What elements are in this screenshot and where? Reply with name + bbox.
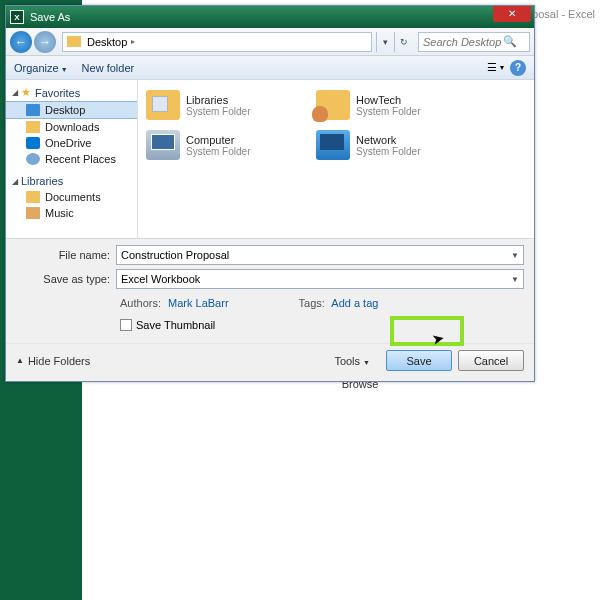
tags-field[interactable]: Tags: Add a tag xyxy=(299,297,379,309)
item-icon xyxy=(316,90,350,120)
chevron-down-icon: ▼ xyxy=(363,359,370,366)
nav-bar: ← → Desktop ▸ ▾ ↻ 🔍 xyxy=(6,28,534,56)
filename-label: File name: xyxy=(16,249,116,261)
item-icon xyxy=(26,153,40,165)
form-area: File name: Construction Proposal ▼ Save … xyxy=(6,238,534,343)
chevron-down-icon[interactable]: ▼ xyxy=(511,275,519,284)
folder-icon xyxy=(67,36,81,47)
file-item-libraries[interactable]: LibrariesSystem Folder xyxy=(146,90,316,120)
titlebar[interactable]: X Save As ✕ xyxy=(6,6,534,28)
item-icon xyxy=(316,130,350,160)
save-as-dialog: X Save As ✕ ← → Desktop ▸ ▾ ↻ 🔍 Organize… xyxy=(5,5,535,382)
file-list[interactable]: LibrariesSystem FolderHowTechSystem Fold… xyxy=(138,80,534,238)
item-icon xyxy=(26,191,40,203)
new-folder-button[interactable]: New folder xyxy=(82,62,135,74)
excel-window-title: oposal - Excel xyxy=(526,8,595,20)
save-thumbnail-label: Save Thumbnail xyxy=(136,319,215,331)
sidebar-item-downloads[interactable]: Downloads xyxy=(6,119,137,135)
sidebar-item-music[interactable]: Music xyxy=(6,205,137,221)
file-item-network[interactable]: NetworkSystem Folder xyxy=(316,130,486,160)
chevron-down-icon: ▼ xyxy=(61,66,68,73)
tools-button[interactable]: Tools▼ xyxy=(334,355,370,367)
search-icon: 🔍 xyxy=(503,35,517,48)
star-icon: ★ xyxy=(21,86,31,99)
view-options-button[interactable]: ☰▼ xyxy=(488,60,504,76)
authors-field[interactable]: Authors: Mark LaBarr xyxy=(120,297,229,309)
favorites-header[interactable]: ◢ ★ Favorites xyxy=(6,84,137,101)
save-type-label: Save as type: xyxy=(16,273,116,285)
close-button[interactable]: ✕ xyxy=(493,6,531,22)
location-text: Desktop xyxy=(87,36,127,48)
item-icon xyxy=(146,130,180,160)
refresh-button[interactable]: ↻ xyxy=(394,32,412,52)
libraries-header[interactable]: ◢ Libraries xyxy=(6,173,137,189)
chevron-right-icon[interactable]: ▸ xyxy=(131,37,135,46)
sidebar-item-recent-places[interactable]: Recent Places xyxy=(6,151,137,167)
hide-folders-button[interactable]: ▲ Hide Folders xyxy=(16,355,90,367)
save-type-input[interactable]: Excel Workbook ▼ xyxy=(116,269,524,289)
dialog-title: Save As xyxy=(30,11,70,23)
cancel-button[interactable]: Cancel xyxy=(458,350,524,371)
sidebar-item-documents[interactable]: Documents xyxy=(6,189,137,205)
filename-input[interactable]: Construction Proposal ▼ xyxy=(116,245,524,265)
sidebar-item-desktop[interactable]: Desktop xyxy=(6,101,137,119)
item-icon xyxy=(146,90,180,120)
sidebar: ◢ ★ Favorites DesktopDownloadsOneDriveRe… xyxy=(6,80,138,238)
toolbar: Organize▼ New folder ☰▼ ? xyxy=(6,56,534,80)
caret-up-icon: ▲ xyxy=(16,356,24,365)
save-button[interactable]: Save xyxy=(386,350,452,371)
organize-button[interactable]: Organize▼ xyxy=(14,62,68,74)
sidebar-item-onedrive[interactable]: OneDrive xyxy=(6,135,137,151)
file-item-howtech[interactable]: HowTechSystem Folder xyxy=(316,90,486,120)
search-box[interactable]: 🔍 xyxy=(418,32,530,52)
chevron-down-icon[interactable]: ▼ xyxy=(511,251,519,260)
save-thumbnail-checkbox[interactable] xyxy=(120,319,132,331)
breadcrumb[interactable]: Desktop ▸ xyxy=(62,32,372,52)
history-dropdown[interactable]: ▾ xyxy=(376,32,394,52)
nav-forward-button[interactable]: → xyxy=(34,31,56,53)
item-icon xyxy=(26,104,40,116)
help-button[interactable]: ? xyxy=(510,60,526,76)
expand-icon: ◢ xyxy=(12,88,18,97)
item-icon xyxy=(26,137,40,149)
nav-back-button[interactable]: ← xyxy=(10,31,32,53)
item-icon xyxy=(26,207,40,219)
dialog-footer: ▲ Hide Folders Tools▼ Save Cancel xyxy=(6,343,534,381)
search-input[interactable] xyxy=(423,36,503,48)
excel-icon: X xyxy=(10,10,24,24)
expand-icon: ◢ xyxy=(12,177,18,186)
item-icon xyxy=(26,121,40,133)
file-item-computer[interactable]: ComputerSystem Folder xyxy=(146,130,316,160)
